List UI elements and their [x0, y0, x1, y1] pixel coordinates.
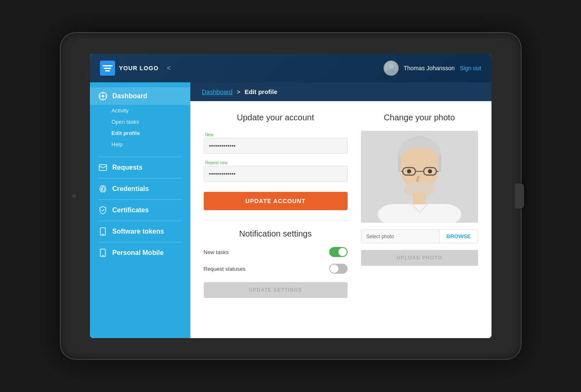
browse-button[interactable]: BROWSE: [439, 230, 478, 243]
page-content: Update your account New Repeat new UPDAT…: [190, 101, 491, 338]
person-photo: [361, 131, 478, 223]
left-panel: Update your account New Repeat new UPDAT…: [204, 113, 348, 326]
update-account-title: Update your account: [204, 113, 348, 122]
avatar: [384, 61, 399, 76]
select-photo-label: Select photo: [361, 230, 440, 243]
logo-line-3: [105, 70, 110, 71]
notification-section: Notification settings New tasks Request …: [204, 229, 348, 298]
select-photo-row: Select photo BROWSE: [361, 229, 478, 243]
collapse-button[interactable]: <: [167, 64, 171, 72]
breadcrumb-current: Edit profile: [245, 88, 277, 95]
svg-point-22: [428, 169, 432, 173]
sidebar-divider-5: [98, 242, 182, 242]
svg-point-1: [386, 70, 396, 76]
sidebar-label-software-tokens: Software tokens: [113, 228, 164, 235]
main-layout: Dashboard Activity Open tasks Edit profi…: [90, 82, 491, 338]
toggle-new-tasks[interactable]: [329, 247, 348, 257]
sidebar-sub-open-tasks[interactable]: Open tasks: [90, 116, 190, 127]
sidebar-label-personal-mobile: Personal Mobile: [113, 249, 164, 257]
toggle-request-statuses[interactable]: [329, 264, 348, 274]
repeat-password-input[interactable]: [204, 166, 348, 182]
svg-rect-27: [413, 193, 426, 204]
sign-out-link[interactable]: Sign out: [460, 65, 481, 71]
tablet-home-button[interactable]: [515, 183, 524, 209]
logo-line-1: [102, 65, 113, 66]
fingerprint-icon: [98, 184, 107, 193]
tablet-camera: [72, 194, 76, 198]
sidebar-divider-3: [98, 199, 182, 200]
sidebar-item-certificates[interactable]: Certificates: [90, 201, 190, 219]
change-photo-title: Change your photo: [361, 113, 478, 122]
sidebar-item-credentials[interactable]: Credentials: [90, 180, 190, 198]
update-settings-button[interactable]: UPDATE SETTINGS: [204, 282, 348, 298]
breadcrumb-bar: Dashboard > Edit profile: [190, 82, 491, 101]
new-password-group: New: [204, 132, 348, 154]
tablet-frame: YOUR LOGO < Thomas Johansson Sign out: [61, 33, 521, 359]
sidebar-label-requests: Requests: [113, 164, 143, 171]
sidebar-sub-edit-profile[interactable]: Edit profile: [90, 127, 190, 139]
svg-rect-5: [99, 165, 107, 171]
breadcrumb-separator: >: [237, 88, 241, 95]
header: YOUR LOGO < Thomas Johansson Sign out: [90, 54, 491, 82]
notif-label-new-tasks: New tasks: [204, 249, 229, 255]
notif-label-request-statuses: Request statuses: [204, 266, 246, 272]
logo-area: YOUR LOGO <: [100, 61, 171, 76]
sidebar-divider-1: [98, 157, 182, 157]
sidebar-item-requests[interactable]: Requests: [90, 159, 190, 176]
breadcrumb-parent[interactable]: Dashboard: [202, 88, 233, 95]
notif-row-new-tasks: New tasks: [204, 247, 348, 257]
sidebar-sub-help[interactable]: Help: [90, 139, 190, 150]
sidebar-item-dashboard[interactable]: Dashboard: [90, 87, 190, 105]
sidebar-item-personal-mobile[interactable]: Personal Mobile: [90, 244, 190, 262]
sidebar-label-certificates: Certificates: [113, 206, 149, 214]
new-password-input[interactable]: [204, 138, 348, 154]
avatar-placeholder: [384, 61, 398, 75]
svg-point-4: [102, 95, 104, 97]
mail-icon: [98, 163, 107, 172]
sidebar-item-software-tokens[interactable]: Software tokens: [90, 223, 190, 240]
photo-preview: [361, 131, 478, 223]
svg-point-2: [389, 64, 394, 69]
shield-icon: [98, 206, 107, 215]
sidebar-divider-4: [98, 221, 182, 221]
dashboard-icon: [98, 92, 107, 101]
notification-title: Notification settings: [204, 229, 348, 239]
toggle-knob-request-statuses: [330, 265, 338, 273]
section-divider: [204, 220, 348, 221]
repeat-password-group: Repeat new: [204, 160, 348, 182]
logo-icon: [100, 61, 115, 76]
content-area: Dashboard > Edit profile Update your acc…: [190, 82, 491, 338]
logo-text: YOUR LOGO: [119, 65, 159, 71]
repeat-password-label: Repeat new: [204, 160, 348, 165]
svg-point-21: [407, 169, 411, 173]
user-name: Thomas Johansson: [404, 65, 455, 71]
update-account-button[interactable]: UPDATE ACCOUNT: [204, 192, 348, 210]
notif-row-request-statuses: Request statuses: [204, 264, 348, 274]
sidebar-divider-2: [98, 178, 182, 178]
upload-photo-button[interactable]: UPLOAD PHOTO: [361, 250, 478, 266]
screen: YOUR LOGO < Thomas Johansson Sign out: [90, 54, 491, 338]
sidebar-label-dashboard: Dashboard: [113, 92, 148, 100]
sidebar-label-credentials: Credentials: [113, 185, 149, 193]
right-panel: Change your photo: [361, 113, 478, 326]
logo-line-2: [104, 68, 111, 69]
sidebar: Dashboard Activity Open tasks Edit profi…: [90, 82, 190, 338]
sidebar-sub-activity[interactable]: Activity: [90, 105, 190, 116]
new-password-label: New: [204, 132, 348, 137]
toggle-knob-new-tasks: [338, 248, 347, 256]
sidebar-section-dashboard: Dashboard Activity Open tasks Edit profi…: [90, 82, 190, 155]
phone2-icon: [98, 248, 107, 257]
user-area: Thomas Johansson Sign out: [384, 61, 481, 76]
phone-icon: [98, 227, 107, 236]
